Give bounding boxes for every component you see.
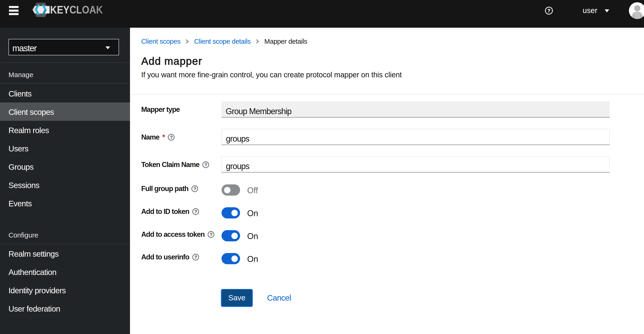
svg-text:?: ? xyxy=(194,186,196,191)
svg-text:?: ? xyxy=(210,232,212,237)
svg-text:?: ? xyxy=(194,255,197,260)
svg-text:?: ? xyxy=(170,135,173,140)
svg-text:?: ? xyxy=(548,8,550,13)
svg-text:?: ? xyxy=(194,209,197,214)
svg-text:?: ? xyxy=(204,162,207,167)
